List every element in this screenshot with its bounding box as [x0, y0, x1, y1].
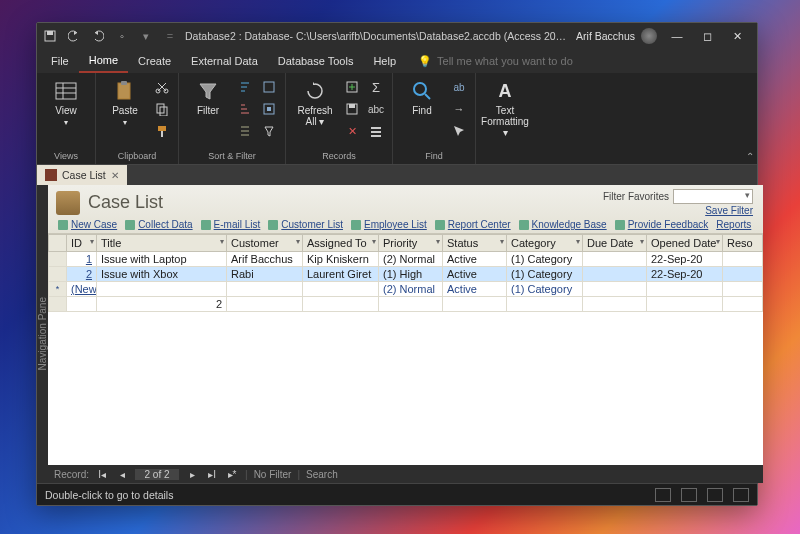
- cell-opened[interactable]: 22-Sep-20: [647, 252, 723, 267]
- refresh-all-button[interactable]: Refresh All ▾: [294, 77, 336, 127]
- filter-favorites-combo[interactable]: [673, 189, 753, 204]
- table-row[interactable]: 2 Issue with Xbox Rabi Laurent Giret (1)…: [49, 267, 763, 282]
- format-painter-icon[interactable]: [154, 123, 170, 139]
- last-record-button[interactable]: ▸I: [205, 469, 219, 480]
- doc-tab-case-list[interactable]: Case List ✕: [37, 165, 127, 185]
- cell-customer[interactable]: Rabi: [227, 267, 303, 282]
- tab-create[interactable]: Create: [128, 49, 181, 73]
- save-icon[interactable]: [43, 29, 57, 43]
- cell-due[interactable]: [583, 282, 647, 297]
- cell-opened[interactable]: 22-Sep-20: [647, 267, 723, 282]
- cell-reso[interactable]: [723, 282, 763, 297]
- cell-category[interactable]: (1) Category: [507, 252, 583, 267]
- redo-icon[interactable]: [91, 29, 105, 43]
- paste-button[interactable]: Paste ▾: [104, 77, 146, 127]
- sort-desc-icon[interactable]: [237, 101, 253, 117]
- datasheet-view-icon[interactable]: [681, 488, 697, 502]
- copy-icon[interactable]: [154, 101, 170, 117]
- goto-icon[interactable]: →: [451, 101, 467, 117]
- cell-priority[interactable]: (2) Normal: [379, 252, 443, 267]
- cell-reso[interactable]: [723, 252, 763, 267]
- cell-title[interactable]: [97, 282, 227, 297]
- cell-assigned[interactable]: [303, 282, 379, 297]
- new-record-row[interactable]: * (New) (2) Normal Active (1) Category: [49, 282, 763, 297]
- datasheet[interactable]: ID▾ Title▾ Customer▾ Assigned To▾ Priori…: [48, 234, 763, 465]
- tab-database-tools[interactable]: Database Tools: [268, 49, 364, 73]
- replace-icon[interactable]: ab: [451, 79, 467, 95]
- cell-id[interactable]: (New): [67, 282, 97, 297]
- design-view-icon[interactable]: [733, 488, 749, 502]
- save-record-icon[interactable]: [344, 101, 360, 117]
- cell-priority[interactable]: (1) High: [379, 267, 443, 282]
- tab-file[interactable]: File: [41, 49, 79, 73]
- link-customer-list[interactable]: Customer List: [268, 219, 343, 230]
- new-record-icon[interactable]: [344, 79, 360, 95]
- tell-me-input[interactable]: [437, 55, 607, 67]
- clear-sort-icon[interactable]: [237, 123, 253, 139]
- account-area[interactable]: Arif Bacchus: [576, 28, 657, 44]
- close-button[interactable]: ✕: [723, 26, 751, 46]
- cell-title[interactable]: Issue with Laptop: [97, 252, 227, 267]
- col-priority[interactable]: Priority▾: [379, 235, 443, 252]
- next-record-button[interactable]: ▸: [185, 469, 199, 480]
- prev-record-button[interactable]: ◂: [115, 469, 129, 480]
- qat-more-icon[interactable]: ▾: [139, 29, 153, 43]
- col-reso[interactable]: Reso: [723, 235, 763, 252]
- cell-id[interactable]: 2: [67, 267, 97, 282]
- totals-icon[interactable]: Σ: [368, 79, 384, 95]
- tell-me[interactable]: 💡: [406, 49, 753, 73]
- col-id[interactable]: ID▾: [67, 235, 97, 252]
- tab-home[interactable]: Home: [79, 49, 128, 73]
- cell-opened[interactable]: [647, 282, 723, 297]
- tab-help[interactable]: Help: [363, 49, 406, 73]
- cell-category[interactable]: (1) Category: [507, 267, 583, 282]
- cell-due[interactable]: [583, 267, 647, 282]
- spelling-icon[interactable]: abc: [368, 101, 384, 117]
- view-button[interactable]: View ▾: [45, 77, 87, 127]
- cell-category[interactable]: (1) Category: [507, 282, 583, 297]
- link-collect-data[interactable]: Collect Data: [125, 219, 192, 230]
- cell-status[interactable]: Active: [443, 267, 507, 282]
- filter-button[interactable]: Filter: [187, 77, 229, 116]
- first-record-button[interactable]: I◂: [95, 469, 109, 480]
- cell-customer[interactable]: Arif Bacchus: [227, 252, 303, 267]
- tab-external-data[interactable]: External Data: [181, 49, 268, 73]
- link-email-list[interactable]: E-mail List: [201, 219, 261, 230]
- col-opened-date[interactable]: Opened Date▾: [647, 235, 723, 252]
- col-due-date[interactable]: Due Date▾: [583, 235, 647, 252]
- cell-customer[interactable]: [227, 282, 303, 297]
- cell-due[interactable]: [583, 252, 647, 267]
- cut-icon[interactable]: [154, 79, 170, 95]
- link-knowledge-base[interactable]: Knowledge Base: [519, 219, 607, 230]
- layout-view-icon[interactable]: [707, 488, 723, 502]
- cell-status[interactable]: Active: [443, 282, 507, 297]
- maximize-button[interactable]: ◻: [693, 26, 721, 46]
- toggle-filter-icon[interactable]: [261, 123, 277, 139]
- text-formatting-button[interactable]: A Text Formatting ▾: [484, 77, 526, 138]
- cell-status[interactable]: Active: [443, 252, 507, 267]
- col-status[interactable]: Status▾: [443, 235, 507, 252]
- select-icon[interactable]: [451, 123, 467, 139]
- row-selector[interactable]: [49, 267, 67, 282]
- cell-title[interactable]: Issue with Xbox: [97, 267, 227, 282]
- save-filter-link[interactable]: Save Filter: [705, 205, 753, 216]
- filter-status[interactable]: No Filter: [254, 469, 292, 480]
- close-tab-icon[interactable]: ✕: [111, 170, 119, 181]
- col-category[interactable]: Category▾: [507, 235, 583, 252]
- col-assigned[interactable]: Assigned To▾: [303, 235, 379, 252]
- link-employee-list[interactable]: Employee List: [351, 219, 427, 230]
- delete-record-icon[interactable]: ✕: [344, 123, 360, 139]
- link-report-center[interactable]: Report Center: [435, 219, 511, 230]
- table-row[interactable]: 1 Issue with Laptop Arif Bacchus Kip Kni…: [49, 252, 763, 267]
- row-selector[interactable]: [49, 252, 67, 267]
- search-label[interactable]: Search: [306, 469, 338, 480]
- row-selector[interactable]: *: [49, 282, 67, 297]
- row-selector-header[interactable]: [49, 235, 67, 252]
- advanced-filter-icon[interactable]: [261, 101, 277, 117]
- more-records-icon[interactable]: [368, 123, 384, 139]
- record-position[interactable]: 2 of 2: [135, 469, 179, 480]
- collapse-ribbon-icon[interactable]: ⌃: [746, 151, 754, 162]
- cell-id[interactable]: 1: [67, 252, 97, 267]
- cell-assigned[interactable]: Kip Kniskern: [303, 252, 379, 267]
- sort-asc-icon[interactable]: [237, 79, 253, 95]
